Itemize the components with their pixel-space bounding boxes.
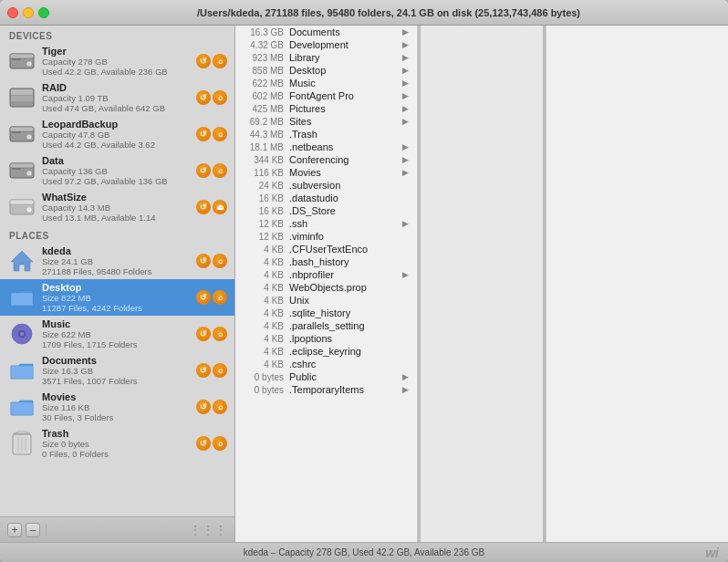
file-list[interactable]: 16.3 GBDocuments▶4.32 GBDevelopment▶923 … xyxy=(235,26,418,542)
file-row[interactable]: 44.3 MB.Trash xyxy=(235,128,417,140)
data-refresh-btn[interactable]: ↺ xyxy=(196,163,211,178)
file-row[interactable]: 4.32 GBDevelopment▶ xyxy=(235,38,417,51)
window-title: /Users/kdeda, 271188 files, 95480 folder… xyxy=(57,7,721,18)
file-row[interactable]: 344 KBConferencing▶ xyxy=(235,153,417,166)
file-name: .TemporaryItems xyxy=(289,384,402,395)
leopard-refresh-btn[interactable]: ↺ xyxy=(196,127,211,141)
file-size: 4 KB xyxy=(239,308,289,318)
file-row[interactable]: 12 KB.viminfo xyxy=(235,230,417,243)
file-size: 923 MB xyxy=(239,53,289,63)
file-row[interactable]: 4 KBUnix xyxy=(235,294,417,307)
tiger-search-btn[interactable]: ⌕ xyxy=(213,54,227,68)
file-row[interactable]: 4 KB.CFUserTextEnco xyxy=(235,243,417,255)
file-row[interactable]: 4 KB.lpoptions xyxy=(235,332,417,345)
raid-refresh-btn[interactable]: ↺ xyxy=(196,90,211,105)
file-row[interactable]: 16 KB.DS_Store xyxy=(235,204,417,217)
file-name: .ssh xyxy=(289,218,402,229)
movies-search-btn[interactable]: ⌕ xyxy=(213,400,227,414)
close-button[interactable] xyxy=(7,7,18,18)
sidebar-item-tiger[interactable]: Tiger Capacity 278 GB Used 42.2 GB, Avai… xyxy=(0,43,234,79)
add-item-button[interactable]: + xyxy=(7,523,22,537)
documents-refresh-btn[interactable]: ↺ xyxy=(196,363,211,378)
raid-text: RAID Capacity 1.09 TB Used 474 GB, Avail… xyxy=(42,82,196,113)
music-refresh-btn[interactable]: ↺ xyxy=(196,327,211,341)
maximize-button[interactable] xyxy=(38,7,49,18)
sidebar-item-leopardbackup[interactable]: LeopardBackup Capacity 47.8 GB Used 44.2… xyxy=(0,116,234,152)
main-content: DEVICES Tiger Capacity 278 GB xyxy=(0,26,728,542)
file-row[interactable]: 116 KBMovies▶ xyxy=(235,166,417,179)
file-row[interactable]: 24 KB.subversion xyxy=(235,179,417,192)
trash-refresh-btn[interactable]: ↺ xyxy=(196,436,211,451)
sidebar-item-trash[interactable]: Trash Size 0 bytes 0 Files, 0 Folders ↺ … xyxy=(0,425,234,462)
music-search-btn[interactable]: ⌕ xyxy=(213,327,227,341)
file-row[interactable]: 4 KB.cshrc xyxy=(235,358,417,370)
movies-refresh-btn[interactable]: ↺ xyxy=(196,400,211,414)
file-arrow-icon: ▶ xyxy=(402,40,413,49)
remove-item-button[interactable]: – xyxy=(26,523,40,537)
kdeda-refresh-btn[interactable]: ↺ xyxy=(196,254,211,268)
file-row[interactable]: 0 bytes.TemporaryItems▶ xyxy=(235,383,417,396)
folder-icon-desktop xyxy=(7,283,36,312)
whatsize-refresh-btn[interactable]: ↺ xyxy=(196,200,211,214)
file-size: 4 KB xyxy=(239,359,289,369)
file-row[interactable]: 69.2 MBSites▶ xyxy=(235,115,417,128)
svg-rect-13 xyxy=(10,163,34,168)
file-size: 344 KB xyxy=(239,155,289,165)
file-size: 116 KB xyxy=(239,168,289,178)
svg-point-23 xyxy=(20,332,24,336)
trash-search-btn[interactable]: ⌕ xyxy=(213,436,227,451)
file-size: 18.1 MB xyxy=(239,142,289,152)
data-search-btn[interactable]: ⌕ xyxy=(213,163,227,178)
file-row[interactable]: 0 bytesPublic▶ xyxy=(235,370,417,383)
file-row[interactable]: 4 KB.parallels_setting xyxy=(235,319,417,332)
sidebar-item-data[interactable]: Data Capacity 136 GB Used 97.2 GB, Avail… xyxy=(0,152,234,189)
sidebar-item-whatsize[interactable]: WhatSize Capacity 14.3 MB Used 13.1 MB, … xyxy=(0,189,234,225)
file-row[interactable]: 4 KB.nbprofiler▶ xyxy=(235,268,417,281)
file-size: 12 KB xyxy=(239,219,289,229)
file-row[interactable]: 4 KB.sqlite_history xyxy=(235,307,417,319)
file-row[interactable]: 16.3 GBDocuments▶ xyxy=(235,26,417,38)
file-row[interactable]: 622 MBMusic▶ xyxy=(235,77,417,89)
file-arrow-icon: ▶ xyxy=(402,66,413,75)
tiger-refresh-btn[interactable]: ↺ xyxy=(196,54,211,68)
sidebar-item-desktop[interactable]: Desktop Size 822 MB 11287 Files, 4242 Fo… xyxy=(0,279,234,316)
kdeda-search-btn[interactable]: ⌕ xyxy=(213,254,227,268)
minimize-button[interactable] xyxy=(23,7,34,18)
file-row[interactable]: 425 MBPictures▶ xyxy=(235,102,417,115)
file-name: .lpoptions xyxy=(289,333,402,344)
file-arrow-icon: ▶ xyxy=(402,104,413,113)
file-name: Documents xyxy=(289,26,402,37)
sidebar-scroll[interactable]: DEVICES Tiger Capacity 278 GB xyxy=(0,26,234,516)
hdd-icon-leopard xyxy=(7,120,36,149)
documents-search-btn[interactable]: ⌕ xyxy=(213,363,227,378)
file-row[interactable]: 12 KB.ssh▶ xyxy=(235,217,417,230)
home-icon-kdeda xyxy=(7,246,36,276)
file-size: 4 KB xyxy=(239,283,289,293)
file-row[interactable]: 18.1 MB.netbeans▶ xyxy=(235,140,417,153)
sidebar-item-raid[interactable]: RAID Capacity 1.09 TB Used 474 GB, Avail… xyxy=(0,79,234,116)
file-row[interactable]: 602 MBFontAgent Pro▶ xyxy=(235,89,417,102)
titlebar: /Users/kdeda, 271188 files, 95480 folder… xyxy=(0,0,728,26)
file-name: Development xyxy=(289,39,402,50)
file-arrow-icon: ▶ xyxy=(402,53,413,62)
svg-point-10 xyxy=(26,134,32,140)
whatsize-eject-btn[interactable]: ⏏ xyxy=(213,200,227,214)
file-row[interactable]: 16 KB.datastudio xyxy=(235,192,417,204)
leopard-search-btn[interactable]: ⌕ xyxy=(213,127,227,141)
file-row[interactable]: 4 KB.bash_history xyxy=(235,255,417,268)
sidebar-item-movies[interactable]: Movies Size 116 KB 30 Files, 3 Folders ↺… xyxy=(0,389,234,425)
svg-rect-17 xyxy=(10,200,34,204)
hdd-icon-whatsize xyxy=(7,193,36,222)
file-row[interactable]: 923 MBLibrary▶ xyxy=(235,51,417,64)
sidebar-item-kdeda[interactable]: kdeda Size 24.1 GB 271188 Files, 95480 F… xyxy=(0,243,234,279)
sidebar-item-music[interactable]: Music Size 622 MB 1709 Files, 1715 Folde… xyxy=(0,316,234,352)
raid-search-btn[interactable]: ⌕ xyxy=(213,90,227,105)
desktop-search-btn[interactable]: ⌕ xyxy=(213,290,227,305)
sidebar-item-documents[interactable]: Documents Size 16.3 GB 3571 Files, 1007 … xyxy=(0,352,234,389)
file-row[interactable]: 858 MBDesktop▶ xyxy=(235,64,417,77)
file-row[interactable]: 4 KBWebObjects.prop xyxy=(235,281,417,294)
places-header: PLACES xyxy=(0,225,234,243)
file-row[interactable]: 4 KB.eclipse_keyring xyxy=(235,345,417,358)
file-name: FontAgent Pro xyxy=(289,90,402,101)
desktop-refresh-btn[interactable]: ↺ xyxy=(196,290,211,305)
